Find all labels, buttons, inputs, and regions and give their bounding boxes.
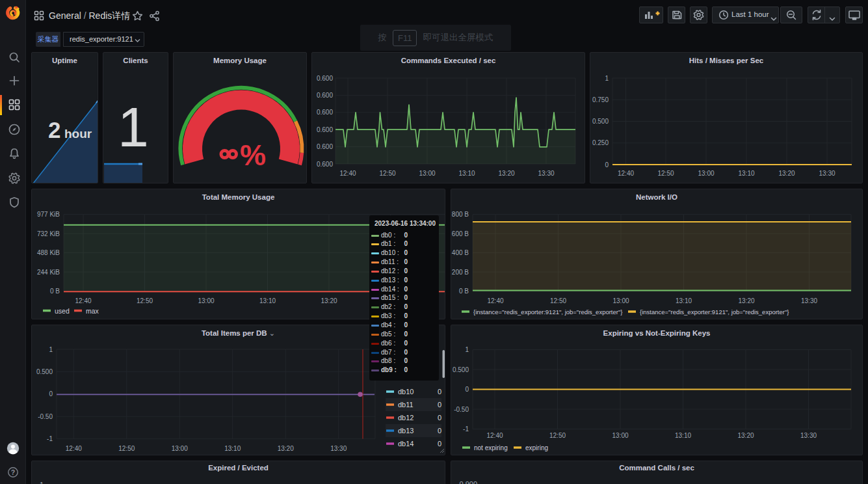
svg-text:1: 1 xyxy=(465,346,469,353)
svg-text:12:40: 12:40 xyxy=(75,297,91,304)
svg-text:0: 0 xyxy=(438,388,441,396)
svg-text:{instance="redis_exporter:9121: {instance="redis_exporter:9121", job="re… xyxy=(640,308,789,316)
svg-text:0.500: 0.500 xyxy=(592,118,609,125)
svg-text:-0.50: -0.50 xyxy=(454,406,469,413)
svg-text:-1: -1 xyxy=(463,425,469,433)
svg-text:13:00: 13:00 xyxy=(698,170,714,177)
svg-text:244 KiB: 244 KiB xyxy=(37,269,60,276)
svg-text:0.600: 0.600 xyxy=(317,109,333,116)
svg-text:1: 1 xyxy=(605,75,609,82)
svg-text:12:50: 12:50 xyxy=(118,445,135,452)
svg-text:13:30: 13:30 xyxy=(800,432,817,439)
svg-text:12:50: 12:50 xyxy=(657,170,674,177)
svg-text:0: 0 xyxy=(465,386,469,393)
svg-text:0.500: 0.500 xyxy=(36,368,53,375)
svg-text:13:30: 13:30 xyxy=(819,170,835,177)
svg-text:0.750: 0.750 xyxy=(592,96,609,103)
svg-text:13:30: 13:30 xyxy=(801,297,817,304)
svg-text:13:10: 13:10 xyxy=(676,297,692,304)
svg-text:12:40: 12:40 xyxy=(487,297,503,304)
svg-text:13:20: 13:20 xyxy=(321,297,337,304)
svg-text:0.600: 0.600 xyxy=(317,143,333,150)
svg-text:db13: db13 xyxy=(398,427,414,435)
svg-text:12:50: 12:50 xyxy=(549,432,566,439)
svg-text:-0.50: -0.50 xyxy=(38,413,53,420)
svg-text:13:10: 13:10 xyxy=(224,445,241,452)
svg-text:600 B: 600 B xyxy=(452,230,469,237)
svg-text:12:40: 12:40 xyxy=(486,432,503,439)
svg-text:?: ? xyxy=(11,468,15,476)
svg-text:0.250: 0.250 xyxy=(592,139,609,146)
svg-text:12:50: 12:50 xyxy=(550,297,566,304)
svg-text:13:10: 13:10 xyxy=(675,432,691,439)
svg-text:12:50: 12:50 xyxy=(137,297,153,304)
svg-text:800 B: 800 B xyxy=(452,211,469,218)
svg-text:db11: db11 xyxy=(398,401,414,409)
svg-text:db10: db10 xyxy=(398,388,414,396)
svg-text:0.600: 0.600 xyxy=(317,161,333,168)
svg-text:max: max xyxy=(86,307,99,315)
svg-text:732 KiB: 732 KiB xyxy=(37,230,60,237)
svg-text:not expiring: not expiring xyxy=(474,444,508,451)
svg-text:12:40: 12:40 xyxy=(339,170,356,177)
svg-text:0 B: 0 B xyxy=(459,288,469,295)
svg-text:13:00: 13:00 xyxy=(198,297,214,304)
svg-text:0.600: 0.600 xyxy=(317,92,333,99)
svg-text:12:40: 12:40 xyxy=(66,445,82,452)
svg-text:0.600: 0.600 xyxy=(317,75,333,82)
svg-text:13:30: 13:30 xyxy=(538,170,554,177)
svg-text:0.500: 0.500 xyxy=(453,366,469,373)
svg-text:13:30: 13:30 xyxy=(330,445,347,452)
svg-text:0: 0 xyxy=(438,414,441,422)
svg-text:1: 1 xyxy=(118,96,149,158)
svg-text:13:00: 13:00 xyxy=(612,297,629,304)
svg-text:0: 0 xyxy=(438,440,441,448)
svg-text:0: 0 xyxy=(438,427,441,435)
svg-text:expiring: expiring xyxy=(525,444,548,451)
svg-text:13:10: 13:10 xyxy=(259,297,276,304)
svg-text:13:00: 13:00 xyxy=(419,170,435,177)
svg-text:2: 2 xyxy=(48,117,60,142)
svg-text:200 B: 200 B xyxy=(452,269,469,276)
svg-text:1: 1 xyxy=(40,481,44,484)
svg-text:13:20: 13:20 xyxy=(778,170,795,177)
svg-text:0.600: 0.600 xyxy=(317,126,333,133)
svg-text:0 B: 0 B xyxy=(50,288,60,295)
svg-text:13:00: 13:00 xyxy=(612,432,628,439)
svg-text:db12: db12 xyxy=(398,414,414,422)
svg-text:13:10: 13:10 xyxy=(738,170,754,177)
svg-text:13:00: 13:00 xyxy=(172,445,188,452)
svg-text:db14: db14 xyxy=(398,440,414,448)
svg-text:12:40: 12:40 xyxy=(618,170,634,177)
svg-text:400 B: 400 B xyxy=(452,249,469,256)
svg-text:13:20: 13:20 xyxy=(738,297,754,304)
svg-text:-1: -1 xyxy=(47,435,53,442)
svg-text:977 KiB: 977 KiB xyxy=(37,211,60,218)
svg-text:13:20: 13:20 xyxy=(498,170,514,177)
svg-text:12:50: 12:50 xyxy=(379,170,395,177)
svg-text:13:10: 13:10 xyxy=(458,170,475,177)
svg-text:hour: hour xyxy=(64,127,92,141)
svg-text:{instance="redis_exporter:9121: {instance="redis_exporter:9121", job="re… xyxy=(473,308,623,316)
svg-text:%: % xyxy=(240,139,266,172)
svg-text:0: 0 xyxy=(605,161,609,168)
svg-text:0: 0 xyxy=(49,390,53,397)
svg-text:488 KiB: 488 KiB xyxy=(37,249,60,256)
svg-text:0.900: 0.900 xyxy=(459,480,477,484)
svg-text:1: 1 xyxy=(49,346,53,353)
svg-text:used: used xyxy=(55,307,70,315)
svg-text:0: 0 xyxy=(438,401,441,409)
svg-text:13:20: 13:20 xyxy=(278,445,294,452)
svg-text:13:20: 13:20 xyxy=(737,432,754,439)
